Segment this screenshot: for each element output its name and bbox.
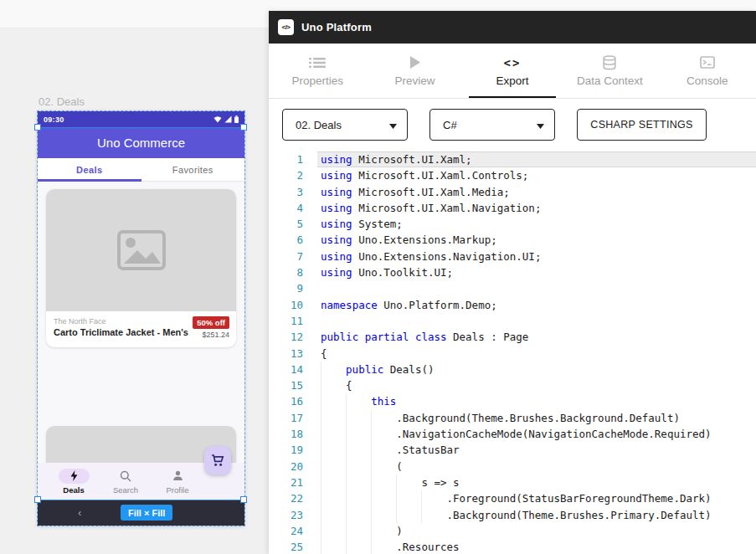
selection-handle-top-left[interactable]	[34, 124, 41, 131]
code-line-text: using Microsoft.UI.Xaml;	[317, 151, 756, 167]
nav-item-label: Profile	[167, 485, 189, 495]
code-line: 22.Foreground(StatusBarForegroundTheme.D…	[269, 490, 756, 506]
lightning-bolt-icon	[59, 469, 90, 484]
fill-size-button[interactable]: Fill × Fill	[121, 505, 172, 521]
indent-guide	[321, 523, 346, 539]
indent-guide	[321, 377, 346, 393]
panel-tab-data-context[interactable]: Data Context	[561, 44, 658, 98]
indent-guide	[371, 523, 396, 539]
product-image-placeholder	[46, 189, 236, 311]
panel-tab-console[interactable]: Console	[659, 44, 756, 98]
line-number: 15	[269, 377, 303, 393]
code-line: 12public partial class Deals : Page	[269, 329, 756, 345]
selection-handle-top-right[interactable]	[240, 124, 247, 131]
panel-tab-label: Properties	[291, 74, 343, 87]
code-line: 4using Microsoft.UI.Xaml.Navigation;	[269, 200, 756, 216]
selection-handle-bottom-left[interactable]	[34, 496, 41, 503]
indent-guide	[321, 507, 346, 523]
line-number: 2	[269, 167, 303, 183]
indent-guide	[371, 426, 396, 442]
code-line-text: namespace Uno.Platform.Demo;	[317, 297, 756, 313]
code-icon: <>	[504, 55, 522, 70]
play-icon	[409, 55, 420, 70]
phone-app-bar[interactable]: Uno Commerce	[38, 127, 244, 158]
line-number: 9	[269, 280, 303, 296]
phone-tab-favorites[interactable]: Favorites	[141, 158, 245, 181]
artboard-label[interactable]: 02. Deals	[39, 95, 85, 108]
console-icon	[700, 55, 715, 70]
indent-guide	[346, 490, 371, 506]
code-line-text: .Foreground(StatusBarForegroundTheme.Dar…	[317, 490, 756, 506]
code-line: 21s => s	[269, 474, 756, 490]
nav-item-deals[interactable]: Deals	[48, 463, 100, 500]
code-line: 25.Resources	[269, 539, 756, 554]
cart-icon	[211, 454, 224, 467]
code-line-text: using Uno.Extensions.Navigation.UI;	[317, 249, 756, 264]
status-time: 09:30	[44, 115, 64, 124]
line-number: 8	[269, 264, 303, 280]
indent-guide	[321, 362, 346, 377]
phone-tab-deals[interactable]: Deals	[38, 158, 141, 181]
discount-badge: 50% off	[193, 316, 229, 329]
code-line-text	[317, 313, 756, 329]
code-line-text: public Deals()	[317, 362, 756, 377]
wifi-icon	[211, 115, 222, 123]
panel-tab-properties[interactable]: Properties	[269, 44, 366, 98]
export-toolbar: 02. Deals C# CSHARP SETTINGS	[269, 99, 756, 151]
line-number: 5	[269, 216, 303, 232]
line-number: 23	[269, 507, 303, 523]
selection-handle-bottom-right[interactable]	[240, 496, 247, 503]
panel-header: </> Uno Platform	[269, 11, 756, 44]
code-line: 1using Microsoft.UI.Xaml;	[269, 151, 756, 167]
code-line-text: .NavigationCacheMode(NavigationCacheMode…	[317, 426, 756, 442]
signal-icon	[222, 115, 232, 123]
line-number: 16	[269, 393, 303, 409]
line-number: 18	[269, 426, 303, 442]
product-card[interactable]: The North Face Carto Triclimate Jacket -…	[46, 189, 236, 347]
code-line: 6using Uno.Extensions.Markup;	[269, 232, 756, 248]
phone-artboard[interactable]: 09:30 Uno Commerce Deals Favorites	[38, 111, 244, 526]
panel-tab-label: Preview	[395, 74, 435, 87]
code-line: 23.Background(Theme.Brushes.Primary.Defa…	[269, 507, 756, 523]
code-line-text: using Uno.Extensions.Markup;	[317, 232, 756, 248]
code-line-text: using Microsoft.UI.Xaml.Navigation;	[317, 200, 756, 216]
code-line: 20(	[269, 459, 756, 474]
indent-guide	[346, 459, 371, 474]
caret-down-icon	[537, 119, 544, 131]
nav-item-search[interactable]: Search	[100, 463, 152, 500]
csharp-settings-button[interactable]: CSHARP SETTINGS	[577, 109, 707, 141]
code-line: 18.NavigationCacheMode(NavigationCacheMo…	[269, 426, 756, 442]
panel-tab-label: Console	[687, 74, 728, 87]
code-line: 7using Uno.Extensions.Navigation.UI;	[269, 249, 756, 264]
uno-platform-panel: </> Uno Platform PropertiesPreview<>Expo…	[269, 11, 756, 554]
indent-guide	[346, 393, 371, 409]
code-editor[interactable]: 1using Microsoft.UI.Xaml;2using Microsof…	[269, 151, 756, 554]
nav-item-label: Search	[113, 485, 138, 495]
indent-guide	[321, 539, 346, 554]
code-line-text: public partial class Deals : Page	[317, 329, 756, 345]
panel-tab-export[interactable]: <>Export	[464, 44, 561, 98]
code-line: 8using Uno.Toolkit.UI;	[269, 264, 756, 280]
fab-cart-button[interactable]	[204, 446, 231, 474]
phone-status-bar[interactable]: 09:30	[38, 111, 244, 127]
code-line-text: .Background(Theme.Brushes.Primary.Defaul…	[317, 507, 756, 523]
line-number: 4	[269, 200, 303, 216]
code-line-text: .Resources	[317, 539, 756, 554]
code-line: 15{	[269, 377, 756, 393]
indent-guide	[346, 410, 371, 426]
line-number: 19	[269, 442, 303, 458]
panel-tab-preview[interactable]: Preview	[366, 44, 463, 98]
nav-item-profile[interactable]: Profile	[152, 463, 203, 500]
indent-guide	[421, 490, 446, 506]
code-line: 2using Microsoft.UI.Xaml.Controls;	[269, 167, 756, 183]
chevron-left-icon[interactable]: ‹	[78, 506, 81, 519]
code-line-text: using Uno.Toolkit.UI;	[317, 264, 756, 280]
database-icon	[603, 55, 616, 70]
profile-icon	[162, 469, 193, 484]
line-number: 12	[269, 329, 303, 345]
language-dropdown[interactable]: C#	[429, 109, 555, 141]
line-number: 14	[269, 362, 303, 377]
line-number: 3	[269, 184, 303, 200]
indent-guide	[346, 442, 371, 458]
page-dropdown[interactable]: 02. Deals	[282, 109, 408, 141]
